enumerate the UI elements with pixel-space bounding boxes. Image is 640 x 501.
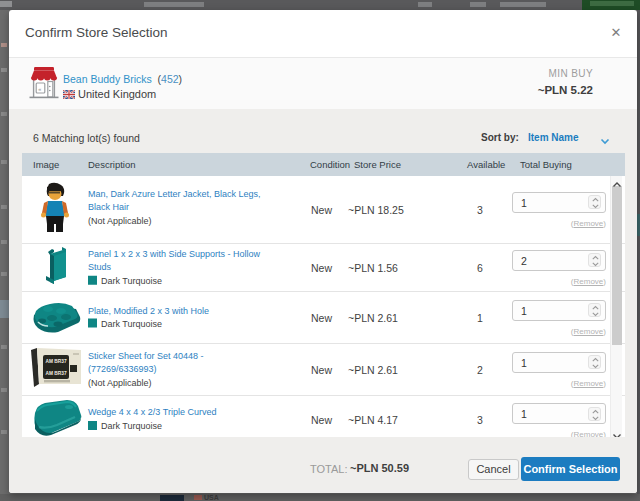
svg-text:«: « — [38, 86, 41, 92]
svg-text:AM BR37: AM BR37 — [46, 370, 67, 375]
svg-text:AM BR37: AM BR37 — [46, 358, 67, 363]
